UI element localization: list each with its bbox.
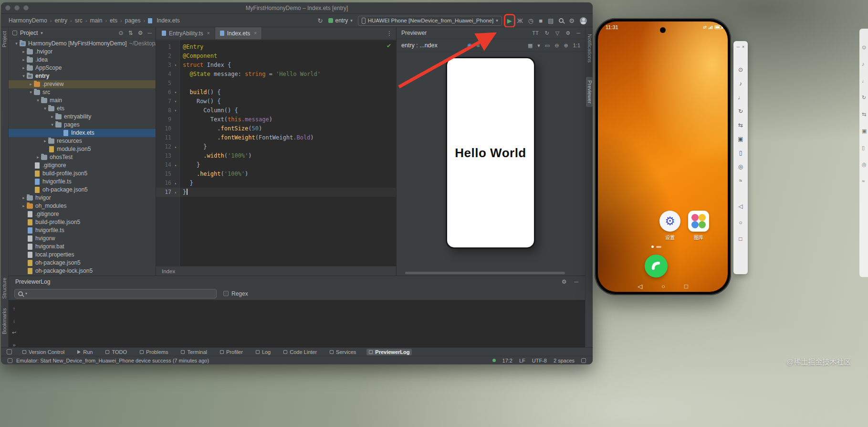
minus-icon[interactable]: ─ (574, 278, 578, 285)
home-icon[interactable]: ○ (661, 283, 665, 290)
tree-item-resources[interactable]: ▸resources (9, 137, 156, 145)
text-size-icon[interactable]: TT (532, 30, 538, 36)
log-search-input[interactable] (30, 290, 213, 297)
location-icon[interactable]: ◎ (862, 162, 867, 167)
minimize-icon[interactable]: ─ (737, 44, 740, 49)
title-bar[interactable]: MyFirstHomonyDemo – Index.ets [entry] (1, 2, 593, 14)
home-icon[interactable]: ○ (739, 220, 742, 225)
volume-up-icon[interactable]: ♪ (862, 62, 865, 67)
recents-icon[interactable]: □ (684, 283, 688, 290)
tree-chevron-icon[interactable]: ▾ (42, 105, 48, 113)
collapse-icon[interactable]: ⇅ (128, 30, 133, 36)
tree-chevron-icon[interactable]: ▸ (28, 80, 34, 88)
code-line-15[interactable]: 15 .height('100%') (156, 170, 396, 179)
layers-icon[interactable]: ≡ (476, 42, 480, 49)
tree-chevron-icon[interactable]: ▸ (49, 113, 55, 121)
indent-setting[interactable]: 2 spaces (554, 358, 575, 363)
code-line-17[interactable]: 17▴} (156, 188, 396, 197)
back-icon[interactable]: ◁ (638, 283, 642, 290)
tree-chevron-icon[interactable]: ▸ (21, 48, 27, 56)
tree-item-hvigor[interactable]: ▸hvigor (9, 194, 156, 202)
tool-tab-structure[interactable]: Structure (1, 278, 8, 299)
project-panel-title[interactable]: Project (20, 30, 38, 36)
tree-item-idea[interactable]: ▸.idea (9, 56, 156, 64)
line-separator[interactable]: LF (519, 358, 525, 363)
tree-chevron-icon[interactable]: ▸ (35, 153, 41, 161)
tree-chevron-icon[interactable]: ▾ (49, 121, 55, 129)
rotate-icon[interactable]: ↻ (738, 108, 743, 114)
tree-chevron-icon[interactable]: ▸ (21, 202, 27, 210)
recents-icon[interactable]: □ (739, 236, 742, 242)
tool-button-previewerlog[interactable]: PreviewerLog (366, 349, 412, 355)
code-line-3[interactable]: 3▾struct Index { (156, 61, 396, 70)
tree-item-entry[interactable]: ▾entry (9, 72, 156, 80)
code-line-1[interactable]: 1@Entry (156, 43, 396, 52)
wifi-icon[interactable]: ≈ (739, 178, 743, 183)
power-icon[interactable]: ⊙ (862, 45, 866, 50)
settings-icon[interactable]: ⚙ (138, 30, 143, 36)
close-icon[interactable]: × (742, 44, 744, 49)
screenshot-icon[interactable]: ▣ (862, 128, 867, 134)
code-line-8[interactable]: 8▾ Column() { (156, 106, 396, 115)
code-editor[interactable]: 1@Entry2@Component3▾struct Index {4 @Sta… (156, 40, 396, 266)
tree-item-build-profile-json5[interactable]: build-profile.json5 (9, 218, 156, 226)
breadcrumb-item-entry[interactable]: entry (54, 17, 67, 24)
tree-item-hvigorw[interactable]: hvigorw (9, 235, 156, 243)
breadcrumb-item-src[interactable]: src (75, 17, 83, 24)
sync-icon[interactable]: ↻ (318, 18, 323, 24)
close-tab-icon[interactable]: × (207, 31, 210, 36)
module-select[interactable]: entry ▾ (328, 17, 353, 24)
softwrap-icon[interactable]: ↩ (12, 330, 16, 336)
editor-tab-index-ets[interactable]: Index.ets× (215, 27, 262, 39)
screenshot-icon[interactable]: ▣ (738, 136, 743, 142)
fold-icon[interactable]: ⇆ (738, 122, 743, 128)
code-line-7[interactable]: 7▾ Row() { (156, 97, 396, 106)
breadcrumb-item-main[interactable]: main (90, 17, 102, 24)
fold-marker-icon[interactable]: ▾ (171, 106, 180, 115)
battery-icon[interactable]: ▯ (862, 145, 865, 150)
fold-marker-icon[interactable]: ▴ (171, 160, 180, 170)
tool-button-services[interactable]: Services (327, 349, 358, 355)
tab-options-icon[interactable]: ⋮ (387, 30, 396, 37)
tool-button-version-control[interactable]: Version Control (20, 349, 67, 355)
tool-tab-notifications[interactable]: Notifications (586, 34, 593, 63)
minus-icon[interactable]: ─ (576, 30, 580, 36)
chevron-down-icon[interactable]: ▾ (25, 291, 27, 296)
code-line-16[interactable]: 16▴ } (156, 179, 396, 188)
fold-marker-icon[interactable]: ▴ (171, 188, 180, 197)
file-encoding[interactable]: UTF-8 (532, 358, 547, 363)
tool-button-code-linter[interactable]: Code Linter (281, 349, 319, 355)
tree-item-gitignore[interactable]: .gitignore (9, 210, 156, 218)
tree-item-hvigorfile-ts[interactable]: hvigorfile.ts (9, 226, 156, 235)
grid-icon[interactable]: ▦ (528, 43, 533, 49)
breadcrumb-item-ets[interactable]: ets (110, 17, 117, 24)
status-grid-icon[interactable] (8, 358, 12, 363)
tree-item-oh-package-json5[interactable]: oh-package.json5 (9, 259, 156, 267)
back-icon[interactable]: ◁ (738, 203, 743, 209)
tree-item-oh-modules[interactable]: ▸oh_modules (9, 202, 156, 210)
stop-icon[interactable]: ■ (539, 18, 543, 24)
phone-screen[interactable]: 11:31 ⇄ ⚙ 设置 图库 (598, 21, 728, 292)
tool-button-profiler[interactable]: Profiler (218, 349, 245, 355)
tool-tab-bookmarks[interactable]: Bookmarks (1, 308, 8, 334)
tree-item-harmonydemo-myfirsthomonydemo[interactable]: ▾HarmonyDemo [MyFirstHomonyDemo]~/Deskto… (9, 40, 156, 48)
one-one-icon[interactable]: 1:1 (573, 43, 580, 48)
phone-app-icon[interactable] (645, 255, 668, 278)
tree-item-hvigorfile-ts[interactable]: hvigorfile.ts (9, 178, 156, 186)
code-line-5[interactable]: 5 (156, 79, 396, 88)
fold-marker-icon[interactable]: ▾ (171, 61, 180, 70)
frame-icon[interactable]: ▭ (545, 43, 550, 49)
tool-button-log[interactable]: Log (253, 349, 273, 355)
volume-down-icon[interactable]: ♩ (862, 78, 867, 84)
editor-tab-entryability-ts[interactable]: EntryAbility.ts× (157, 27, 215, 39)
tree-item-oh-package-lock-json5[interactable]: oh-package-lock.json5 (9, 267, 156, 275)
device-manager-icon[interactable]: ▤ (548, 18, 554, 24)
close-tab-icon[interactable]: × (254, 31, 257, 36)
editor-breadcrumb-item[interactable]: Index (162, 268, 175, 274)
tree-item-oh-package-json5[interactable]: oh-package.json5 (9, 186, 156, 194)
tool-button-todo[interactable]: TODO (103, 349, 129, 355)
inspect-icon[interactable]: ◉ (467, 42, 472, 49)
refresh-icon[interactable]: ↻ (545, 30, 549, 36)
chevron-down-icon[interactable]: ▾ (41, 31, 43, 35)
target-icon[interactable]: ⊙ (119, 30, 124, 36)
